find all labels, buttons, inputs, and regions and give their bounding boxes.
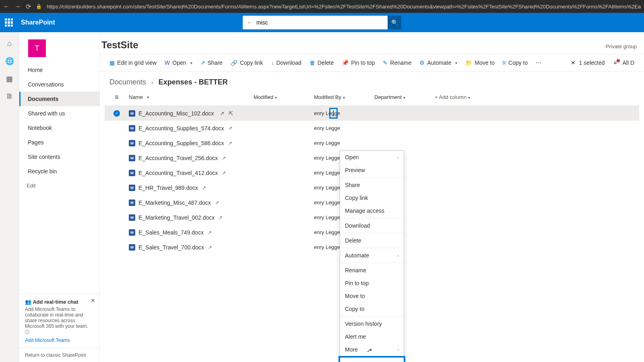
ctx-alert[interactable]: Alert me: [340, 330, 404, 343]
file-name[interactable]: E_Marketing_Misc_487.docx: [138, 200, 211, 206]
cmd-rename[interactable]: ✎Rename: [380, 54, 415, 71]
ctx-moveto[interactable]: Move to: [340, 290, 404, 302]
check-icon[interactable]: ✓: [114, 110, 120, 117]
file-name[interactable]: E_Accounting_Misc_102.docx: [138, 110, 214, 117]
nav-conversations[interactable]: Conversations: [19, 77, 99, 92]
file-name[interactable]: E_Accounting_Travel_412.docx: [138, 170, 218, 176]
flow-icon: ⚙: [419, 60, 425, 66]
nav-site-contents[interactable]: Site contents: [19, 150, 99, 164]
modified-by[interactable]: enry Legge: [314, 110, 374, 116]
file-name[interactable]: E_Sales_Travel_700.docx: [138, 244, 204, 251]
ctx-copyto[interactable]: Copy to: [340, 302, 404, 315]
ctx-automate[interactable]: Automate›: [340, 249, 404, 262]
nav-pages[interactable]: Pages: [19, 135, 99, 150]
browser-back-icon[interactable]: ←: [3, 3, 10, 10]
open-icon[interactable]: ⇱: [229, 110, 233, 117]
chevron-right-icon: ›: [398, 253, 399, 258]
news-icon[interactable]: ▦: [6, 74, 13, 83]
ctx-rename[interactable]: Rename: [340, 264, 404, 277]
cmd-delete[interactable]: 🗑Delete: [306, 54, 337, 71]
col-name[interactable]: Name▾: [129, 94, 254, 100]
files-icon[interactable]: 🗎: [6, 92, 13, 101]
suite-title[interactable]: SharePoint: [21, 19, 55, 26]
nav-documents[interactable]: Documents: [19, 92, 99, 106]
ctx-delete[interactable]: Delete: [340, 234, 404, 247]
cmd-edit-grid[interactable]: ▦Edit in grid view: [106, 54, 160, 71]
cmd-copylink[interactable]: 🔗Copy link: [227, 54, 266, 71]
file-name[interactable]: E_Sales_Meals_749.docx: [138, 229, 204, 236]
file-name[interactable]: E_Accounting_Travel_256.docx: [138, 155, 218, 161]
selection-count[interactable]: ✕1 selected: [571, 60, 605, 66]
browser-forward-icon[interactable]: →: [14, 3, 21, 10]
table-row[interactable]: WE_Accounting_Supplies_586.docx↗enry Leg…: [105, 136, 639, 150]
ctx-preview[interactable]: Preview: [340, 164, 404, 177]
ctx-share[interactable]: Share: [340, 179, 404, 191]
cmd-share[interactable]: ↗Share: [197, 54, 226, 71]
file-name[interactable]: E_HR_Travel_989.docx: [138, 185, 198, 191]
file-name[interactable]: E_Marketing_Travel_002.docx: [138, 214, 215, 221]
clear-selection-icon[interactable]: ✕: [571, 60, 576, 66]
cmd-automate[interactable]: ⚙Automate▾: [416, 54, 460, 71]
share-icon[interactable]: ↗: [202, 185, 206, 191]
share-icon[interactable]: ↗: [228, 125, 232, 131]
share-icon[interactable]: ↗: [222, 155, 226, 161]
word-file-icon: W: [129, 200, 135, 206]
notification-dot: [617, 59, 620, 62]
breadcrumb-root[interactable]: Documents: [109, 78, 146, 86]
ctx-download[interactable]: Download: [340, 219, 404, 232]
cmd-download[interactable]: ↓Download: [268, 54, 304, 71]
globe-icon[interactable]: 🌐: [5, 57, 14, 66]
share-icon[interactable]: ↗: [215, 200, 219, 206]
breadcrumb: Documents › Expenses - BETTER: [100, 72, 644, 89]
col-add[interactable]: + Add column▾: [435, 94, 495, 100]
ctx-manage-access[interactable]: Manage access: [340, 204, 404, 217]
share-icon[interactable]: ↗: [220, 110, 225, 117]
app-launcher-icon[interactable]: [5, 19, 13, 27]
nav-edit-link[interactable]: Edit: [19, 179, 99, 193]
share-icon[interactable]: ↗: [222, 170, 226, 176]
ctx-version-history[interactable]: Version history: [340, 317, 404, 330]
classic-link[interactable]: Return to classic SharePoint: [19, 348, 99, 362]
cmd-more[interactable]: ⋯: [533, 54, 545, 71]
cmd-view-switch[interactable]: ≡All D: [610, 60, 638, 66]
nav-shared[interactable]: Shared with us: [19, 106, 99, 121]
cmd-open[interactable]: WOpen▾: [161, 54, 195, 71]
nav-home[interactable]: Home: [19, 63, 99, 77]
modified-by[interactable]: enry Legge: [314, 140, 374, 146]
share-icon[interactable]: ↗: [208, 230, 212, 235]
share-icon[interactable]: ↗: [208, 245, 212, 250]
search-back-icon[interactable]: ←: [247, 19, 252, 26]
modified-by[interactable]: enry Legge: [314, 125, 374, 131]
cmd-moveto[interactable]: 📁Move to: [462, 54, 498, 71]
cmd-copyto[interactable]: ⎘Copy to: [500, 54, 531, 71]
ctx-pin[interactable]: Pin to top: [340, 277, 404, 290]
word-file-icon: W: [129, 214, 135, 221]
promo-link[interactable]: Add Microsoft Teams: [25, 337, 94, 343]
col-modified-by[interactable]: Modified By▾: [314, 94, 374, 100]
table-row[interactable]: ✓WE_Accounting_Misc_102.docx↗⇱enry Legge: [105, 106, 639, 121]
search-submit-button[interactable]: 🔍: [388, 16, 401, 29]
site-logo[interactable]: T: [28, 39, 46, 57]
col-department[interactable]: Department▾: [374, 94, 435, 100]
file-name[interactable]: E_Accounting_Supplies_574.docx: [138, 125, 224, 132]
col-modified[interactable]: Modified▾: [254, 94, 314, 100]
browser-url[interactable]: https://citizenbuilders.sharepoint.com/s…: [47, 4, 641, 10]
info-icon[interactable]: ⓘ: [25, 329, 29, 334]
site-title[interactable]: TestSite: [101, 39, 138, 51]
ctx-open[interactable]: Open›: [340, 151, 404, 164]
share-icon[interactable]: ↗: [219, 215, 223, 220]
row-more-button[interactable]: [329, 108, 338, 119]
nav-notebook[interactable]: Notebook: [19, 121, 99, 135]
file-name[interactable]: E_Accounting_Supplies_586.docx: [138, 140, 224, 146]
share-icon[interactable]: ↗: [228, 140, 232, 146]
browser-reload-icon[interactable]: ⟳: [26, 3, 31, 10]
nav-recycle[interactable]: Recycle bin: [19, 164, 99, 179]
ctx-copylink[interactable]: Copy link: [340, 191, 404, 204]
table-row[interactable]: WE_Accounting_Supplies_574.docx↗enry Leg…: [105, 121, 639, 136]
search-input[interactable]: [256, 19, 384, 26]
home-icon[interactable]: ⌂: [7, 39, 12, 48]
ctx-details[interactable]: Details: [339, 356, 405, 362]
search-box[interactable]: ←: [243, 16, 388, 29]
cmd-pin[interactable]: 📌Pin to top: [339, 54, 378, 71]
close-icon[interactable]: ✕: [91, 297, 95, 304]
